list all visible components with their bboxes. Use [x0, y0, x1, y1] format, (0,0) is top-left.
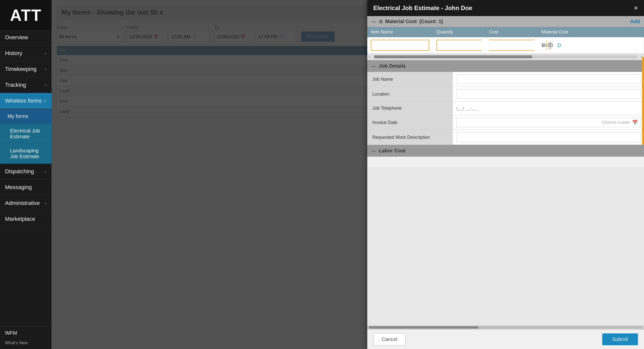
quantity-input[interactable] [437, 40, 494, 50]
scroll-track[interactable] [369, 326, 642, 329]
col-cost: Cost [485, 27, 538, 37]
location-input-cell[interactable] [453, 87, 644, 101]
collapse-icon[interactable]: — [371, 148, 376, 154]
collapse-icon[interactable]: — [371, 63, 376, 69]
sidebar-item-administrative[interactable]: Administrative › [0, 195, 52, 211]
modal-close-button[interactable]: × [634, 5, 638, 12]
whats-new-label: What's New [0, 339, 52, 349]
sidebar-item-label: Wireless forms [5, 98, 42, 104]
sidebar-bottom: WFM What's New [0, 326, 52, 349]
job-telephone-row: Job Telephone (__) __-___ [367, 102, 644, 115]
sidebar-item-label: Administrative [5, 200, 40, 206]
sidebar-item-label: Landscaping Job Estimate [10, 148, 39, 159]
invoice-date-input-cell[interactable]: Choose a date 📅 [453, 115, 644, 130]
sidebar-item-label: Overview [5, 34, 28, 41]
calendar-icon[interactable]: 📅 [630, 120, 640, 125]
main-content: My forms - Showing the last 50 s Form: A… [52, 0, 644, 349]
job-telephone-input-cell[interactable]: (__) __-___ [453, 102, 644, 115]
cost-spinner[interactable]: ∧ ∨ [489, 40, 534, 51]
chevron-right-icon: › [45, 51, 47, 56]
requested-work-row: Requested Work Description [367, 130, 644, 145]
sidebar-item-history[interactable]: History › [0, 46, 52, 61]
scroll-left-arrow[interactable]: ‹ [367, 55, 372, 59]
requested-work-input-cell[interactable] [453, 130, 644, 145]
modal-overlay: Electrical Job Estimate - John Doe × — ⊞… [52, 0, 644, 349]
modal-footer: Cancel Submit [367, 329, 644, 349]
col-material-cost: Material Cost [538, 27, 644, 37]
table-row: ∧ ∨ ∧ [367, 37, 644, 54]
chevron-down-icon: ∨ [43, 98, 47, 104]
labor-cost-header: — Labor Cost [367, 145, 644, 157]
delete-row-button[interactable]: D [557, 42, 561, 48]
quantity-cell[interactable]: ∧ ∨ [433, 37, 485, 54]
requested-work-input[interactable] [456, 133, 640, 142]
sidebar-submenu-wireless-forms: My forms Electrical Job Estimate Landsca… [0, 109, 52, 164]
orange-accent-border [642, 57, 644, 72]
date-input-wrapper[interactable]: Choose a date 📅 [456, 118, 640, 127]
submit-button[interactable]: Submit [602, 333, 638, 345]
material-cost-amount: $0.00 [542, 43, 553, 48]
modal-title: Electrical Job Estimate - John Doe [373, 5, 472, 12]
modal-dialog: Electrical Job Estimate - John Doe × — ⊞… [367, 0, 644, 349]
sidebar-item-label: My forms [8, 113, 28, 119]
sidebar-subitem-electrical-job-estimate[interactable]: Electrical Job Estimate [0, 124, 52, 144]
invoice-date-label: Invoice Date [367, 115, 453, 130]
phone-placeholder: (__) __-___ [456, 106, 478, 111]
collapse-icon[interactable]: — [371, 19, 376, 24]
requested-work-label: Requested Work Description [367, 130, 453, 145]
job-details-form: Job Name Location [367, 72, 644, 145]
sidebar-item-label: Messaging [5, 184, 32, 191]
sidebar-item-messaging[interactable]: Messaging [0, 180, 52, 195]
sidebar-item-timekeeping[interactable]: Timekeeping › [0, 61, 52, 77]
sidebar-item-overview[interactable]: Overview [0, 30, 52, 46]
cost-cell[interactable]: ∧ ∨ [485, 37, 538, 54]
job-details-header: — Job Details [367, 60, 644, 72]
col-item-name: Item Name [367, 27, 433, 37]
item-name-cell[interactable] [367, 37, 433, 54]
sidebar-item-label: Electrical Job Estimate [10, 128, 40, 139]
sidebar-subitem-landscaping-job-estimate[interactable]: Landscaping Job Estimate [0, 144, 52, 164]
modal-header: Electrical Job Estimate - John Doe × [367, 0, 644, 16]
item-name-input[interactable] [371, 40, 429, 51]
sidebar-item-label: Marketplace [5, 216, 35, 222]
cost-input[interactable] [490, 40, 547, 50]
modal-bottom-scrollbar[interactable] [367, 325, 644, 329]
location-label: Location [367, 87, 453, 101]
sidebar: ATT Overview History › Timekeeping › Tra… [0, 0, 52, 349]
location-input[interactable] [456, 89, 640, 99]
sidebar-subitem-my-forms[interactable]: My forms [0, 109, 52, 124]
job-name-input[interactable] [456, 74, 640, 84]
chevron-right-icon: › [45, 82, 47, 88]
grid-icon: ⊞ [379, 19, 383, 24]
job-telephone-label: Job Telephone [367, 102, 453, 115]
quantity-spinner[interactable]: ∧ ∨ [436, 40, 482, 51]
scroll-thumb [369, 326, 478, 329]
chevron-right-icon: › [45, 201, 47, 206]
cancel-button[interactable]: Cancel [373, 333, 406, 345]
date-placeholder: Choose a date [602, 120, 630, 125]
sidebar-item-dispatching[interactable]: Dispatching › [0, 164, 52, 180]
sidebar-item-tracking[interactable]: Tracking › [0, 77, 52, 93]
scroll-track[interactable] [374, 55, 637, 58]
material-cost-header: — ⊞ Material Cost (Count: 1) Add [367, 16, 644, 27]
wfm-label: WFM [0, 327, 52, 339]
sidebar-item-wireless-forms[interactable]: Wireless forms ∨ [0, 93, 52, 109]
horizontal-scroll-bar[interactable]: ‹ › [367, 54, 644, 60]
chevron-right-icon: › [45, 67, 47, 72]
job-name-input-cell[interactable] [453, 72, 644, 86]
app-logo: ATT [0, 0, 52, 30]
orange-right-border [642, 72, 644, 145]
add-material-button[interactable]: Add [630, 19, 640, 24]
material-cost-table: Item Name Quantity Cost Material Cost [367, 27, 644, 54]
sidebar-item-label: Dispatching [5, 168, 34, 175]
labor-cost-content [367, 157, 644, 167]
sidebar-item-label: Tracking [5, 82, 26, 88]
location-row: Location [367, 87, 644, 102]
sidebar-item-marketplace[interactable]: Marketplace [0, 211, 52, 227]
modal-body[interactable]: — ⊞ Material Cost (Count: 1) Add Item Na… [367, 16, 644, 325]
material-cost-count: (Count: 1) [419, 19, 443, 24]
material-cost-table-container: Item Name Quantity Cost Material Cost [367, 27, 644, 54]
invoice-date-input[interactable] [457, 118, 602, 127]
chevron-right-icon: › [45, 169, 47, 174]
col-quantity: Quantity [433, 27, 485, 37]
